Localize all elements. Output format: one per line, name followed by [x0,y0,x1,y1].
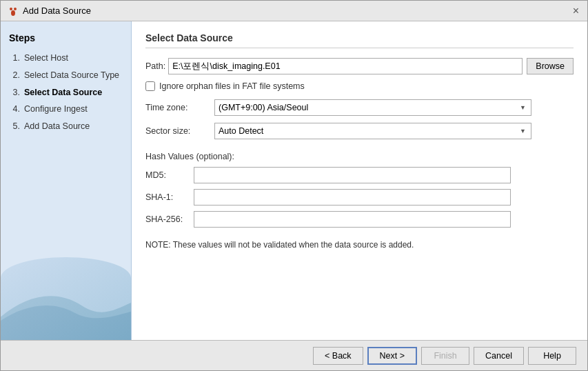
sha256-row: SHA-256: [145,211,574,228]
md5-input[interactable] [194,167,511,183]
main-window: Add Data Source × Steps 1. Select Host 2… [0,0,588,371]
timezone-label: Time zone: [145,103,214,112]
sector-size-label: Sector size: [145,126,214,136]
path-label: Path: [145,61,165,71]
step-num-2: 2. [9,69,20,82]
orphan-files-label: Ignore orphan files in FAT file systems [159,81,305,91]
finish-button[interactable]: Finish [421,347,469,365]
step-label-3: Select Data Source [24,86,102,99]
step-item-5: 5. Add Data Source [9,120,123,133]
title-bar-left: Add Data Source [8,6,91,17]
title-bar: Add Data Source × [1,1,587,21]
md5-row: MD5: [145,167,574,183]
timezone-row: Time zone: (GMT+9:00) Asia/Seoul (GMT+0:… [145,99,574,116]
sector-size-row: Sector size: Auto Detect 512 4096 [145,123,574,139]
section-title: Select Data Source [145,32,574,48]
md5-label: MD5: [145,170,194,180]
browse-button[interactable]: Browse [527,58,574,74]
content-area: Steps 1. Select Host 2. Select Data Sour… [1,21,587,340]
next-button[interactable]: Next > [367,347,417,365]
step-item-3: 3. Select Data Source [9,86,123,99]
orphan-files-row: Ignore orphan files in FAT file systems [145,81,574,91]
steps-title: Steps [9,32,123,43]
app-icon [8,6,19,17]
hash-section-label: Hash Values (optional): [145,152,574,161]
step-item-2: 2. Select Data Source Type [9,69,123,82]
sha1-row: SHA-1: [145,189,574,205]
back-button[interactable]: < Back [313,347,363,365]
sha1-input[interactable] [194,189,511,205]
close-button[interactable]: × [571,6,580,17]
svg-point-0 [10,8,12,10]
path-input[interactable] [168,58,523,74]
footer: < Back Next > Finish Cancel Help [1,340,587,370]
sector-size-select-wrap: Auto Detect 512 4096 [214,123,531,139]
path-row: Path: Browse [145,58,574,74]
step-item-1: 1. Select Host [9,52,123,65]
step-label-5: Add Data Source [24,120,90,133]
timezone-select-wrap: (GMT+9:00) Asia/Seoul (GMT+0:00) UTC (GM… [214,99,531,116]
step-label-2: Select Data Source Type [24,69,119,82]
help-button[interactable]: Help [528,347,576,365]
main-panel: Select Data Source Path: Browse Ignore o… [132,21,587,340]
cancel-button[interactable]: Cancel [474,347,524,365]
sha256-input[interactable] [194,211,511,228]
svg-point-2 [11,10,15,16]
step-list: 1. Select Host 2. Select Data Source Typ… [9,52,123,133]
timezone-select[interactable]: (GMT+9:00) Asia/Seoul (GMT+0:00) UTC (GM… [214,99,531,116]
step-num-5: 5. [9,120,20,133]
step-num-3: 3. [9,86,20,99]
sha1-label: SHA-1: [145,192,194,202]
step-label-1: Select Host [24,52,68,65]
step-num-1: 1. [9,52,20,65]
sha256-label: SHA-256: [145,214,194,224]
step-label-4: Configure Ingest [24,103,88,116]
svg-point-1 [14,8,17,10]
orphan-files-checkbox[interactable] [145,81,155,91]
note-text: NOTE: These values will not be validated… [145,240,574,250]
sector-size-select[interactable]: Auto Detect 512 4096 [214,123,531,139]
window-title: Add Data Source [23,6,91,16]
step-num-4: 4. [9,103,20,116]
step-item-4: 4. Configure Ingest [9,103,123,116]
steps-panel: Steps 1. Select Host 2. Select Data Sour… [1,21,132,340]
wave-decoration [1,243,132,340]
path-input-wrap: Browse [168,58,574,74]
